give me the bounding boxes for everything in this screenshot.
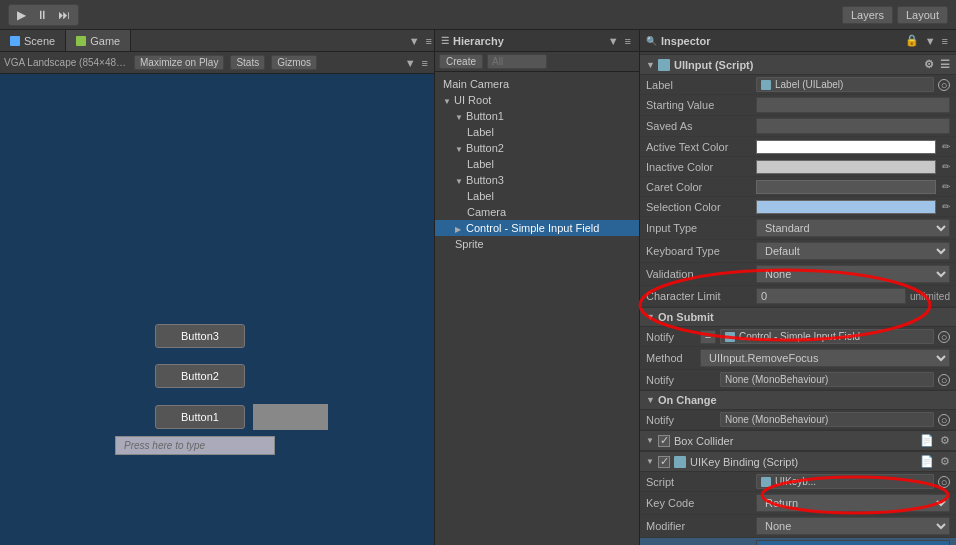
step-button[interactable]: ⏭	[54, 7, 74, 23]
box-collider-page-icon[interactable]: 📄	[920, 434, 934, 447]
pause-button[interactable]: ⏸	[32, 7, 52, 23]
uikey-script-objref[interactable]: UIKeyb...	[756, 474, 934, 489]
starting-value-label: Starting Value	[646, 99, 756, 111]
inspector-lock-btn[interactable]: 🔒	[903, 34, 921, 47]
notify-circle-3[interactable]: ○	[938, 414, 950, 426]
play-button[interactable]: ▶	[13, 7, 30, 23]
box-collider-gear-icon[interactable]: ⚙	[940, 434, 950, 447]
active-text-edit-icon[interactable]: ✏	[942, 141, 950, 152]
hier-control-simple[interactable]: ▶ Control - Simple Input Field	[435, 220, 639, 236]
notify-objref-1[interactable]: Control - Simple Input Field	[720, 329, 934, 344]
notify-obj-text-2: None (MonoBehaviour)	[725, 374, 828, 385]
hier-sprite[interactable]: Sprite	[435, 236, 639, 252]
box-collider-label: Box Collider	[674, 435, 733, 447]
scene-tab[interactable]: Scene	[0, 30, 66, 51]
label-circle[interactable]: ○	[938, 79, 950, 91]
game-bar: VGA Landscape (854×48… Maximize on Play …	[0, 52, 434, 74]
inactive-color-edit-icon[interactable]: ✏	[942, 161, 950, 172]
on-change-section-header[interactable]: ▼ On Change	[640, 390, 956, 410]
hierarchy-search[interactable]	[487, 54, 547, 69]
inspector-expand-btn[interactable]: ▼	[923, 34, 938, 47]
hierarchy-create-btn[interactable]: Create	[439, 54, 483, 69]
uikey-modifier-dropdown[interactable]: None	[756, 517, 950, 535]
starting-value-field[interactable]	[756, 97, 950, 113]
uikey-gear-icon[interactable]: ⚙	[940, 455, 950, 468]
uikey-page-icon[interactable]: 📄	[920, 455, 934, 468]
uikey-keycode-label: Key Code	[646, 497, 756, 509]
on-submit-triangle: ▼	[646, 312, 654, 322]
hier-camera[interactable]: Camera	[435, 204, 639, 220]
uiinput-settings-icon[interactable]: ☰	[940, 58, 950, 71]
layers-dropdown[interactable]: Layers	[842, 6, 893, 24]
button3-game[interactable]: Button3	[155, 324, 245, 348]
hier-button2[interactable]: ▼ Button2	[435, 140, 639, 156]
caret-color-value: ✏	[756, 180, 950, 194]
saved-as-label: Saved As	[646, 120, 756, 132]
game-menu-btn[interactable]: ≡	[420, 57, 430, 69]
validation-row: Validation None Integer Float	[640, 263, 956, 286]
notify-objref-3[interactable]: None (MonoBehaviour)	[720, 412, 934, 427]
maximize-play-button[interactable]: Maximize on Play	[134, 55, 224, 70]
inactive-color-swatch[interactable]	[756, 160, 936, 174]
scene-expand-btn[interactable]: ▼	[407, 35, 422, 47]
keyboard-type-value: Default ASCIICapable NumbersAndPunctuati…	[756, 242, 950, 260]
caret-color-swatch[interactable]	[756, 180, 936, 194]
char-limit-row: Character Limit unlimited	[640, 286, 956, 307]
label-field-label: Label	[646, 79, 756, 91]
method-dropdown-1[interactable]: UIInput.RemoveFocus	[700, 349, 950, 367]
uikey-action-dropdown[interactable]: Select	[756, 540, 950, 545]
notify-objref-2[interactable]: None (MonoBehaviour)	[720, 372, 934, 387]
caret-color-edit-icon[interactable]: ✏	[942, 181, 950, 192]
notify-obj-icon-1	[725, 332, 735, 342]
saved-as-field[interactable]	[756, 118, 950, 134]
saved-as-input[interactable]	[756, 118, 950, 134]
hier-ui-root[interactable]: ▼ UI Root	[435, 92, 639, 108]
uikey-script-icon	[761, 477, 771, 487]
label-obj-icon	[761, 80, 771, 90]
hier-label-1[interactable]: Label	[435, 124, 639, 140]
stats-button[interactable]: Stats	[230, 55, 265, 70]
hierarchy-content: Main Camera ▼ UI Root ▼ Button1 Label ▼ …	[435, 72, 639, 545]
layout-dropdown[interactable]: Layout	[897, 6, 948, 24]
game-tab-label: Game	[90, 35, 120, 47]
selection-color-edit-icon[interactable]: ✏	[942, 201, 950, 212]
uikey-modifier-value: None	[756, 517, 950, 535]
game-expand-btn[interactable]: ▼	[403, 57, 418, 69]
game-tab[interactable]: Game	[66, 30, 131, 51]
uikey-keycode-dropdown[interactable]: Return	[756, 494, 950, 512]
label-objref[interactable]: Label (UILabel)	[756, 77, 934, 92]
box-collider-checkbox[interactable]: ✓	[658, 435, 670, 447]
caret-color-label: Caret Color	[646, 181, 756, 193]
hierarchy-menu-btn[interactable]: ≡	[623, 35, 633, 47]
on-submit-section-header[interactable]: ▼ On Submit	[640, 307, 956, 327]
char-limit-min-input[interactable]	[756, 288, 906, 304]
starting-value-input[interactable]	[756, 97, 950, 113]
uiinput-section-header[interactable]: ▼ UIInput (Script) ⚙ ☰	[640, 54, 956, 75]
uikey-action-value: Select	[756, 540, 950, 545]
hier-button3[interactable]: ▼ Button3	[435, 172, 639, 188]
hier-label-2[interactable]: Label	[435, 156, 639, 172]
hier-main-camera[interactable]: Main Camera	[435, 76, 639, 92]
input-type-dropdown[interactable]: Standard AutoCorrect Password	[756, 219, 950, 237]
uikey-action-row: Action Select	[640, 538, 956, 545]
hier-button1[interactable]: ▼ Button1	[435, 108, 639, 124]
gizmos-button[interactable]: Gizmos	[271, 55, 317, 70]
selection-color-swatch[interactable]	[756, 200, 936, 214]
hierarchy-expand-btn[interactable]: ▼	[606, 35, 621, 47]
notify-circle-2[interactable]: ○	[938, 374, 950, 386]
scene-menu-btn[interactable]: ≡	[424, 35, 434, 47]
notify-minus-btn-1[interactable]: −	[700, 330, 716, 344]
inspector-menu-btn[interactable]: ≡	[940, 34, 950, 47]
active-text-color-swatch[interactable]	[756, 140, 936, 154]
uiinput-gear-icon[interactable]: ⚙	[924, 58, 934, 71]
uikey-script-circle[interactable]: ○	[938, 476, 950, 488]
uikey-modifier-label: Modifier	[646, 520, 756, 532]
validation-dropdown[interactable]: None Integer Float	[756, 265, 950, 283]
button2-game[interactable]: Button2	[155, 364, 245, 388]
hier-label-3[interactable]: Label	[435, 188, 639, 204]
uikey-checkbox[interactable]: ✓	[658, 456, 670, 468]
notify-circle-1[interactable]: ○	[938, 331, 950, 343]
text-input-game[interactable]: Press here to type	[115, 436, 275, 455]
keyboard-type-dropdown[interactable]: Default ASCIICapable NumbersAndPunctuati…	[756, 242, 950, 260]
layers-layout-controls: Layers Layout	[842, 6, 948, 24]
